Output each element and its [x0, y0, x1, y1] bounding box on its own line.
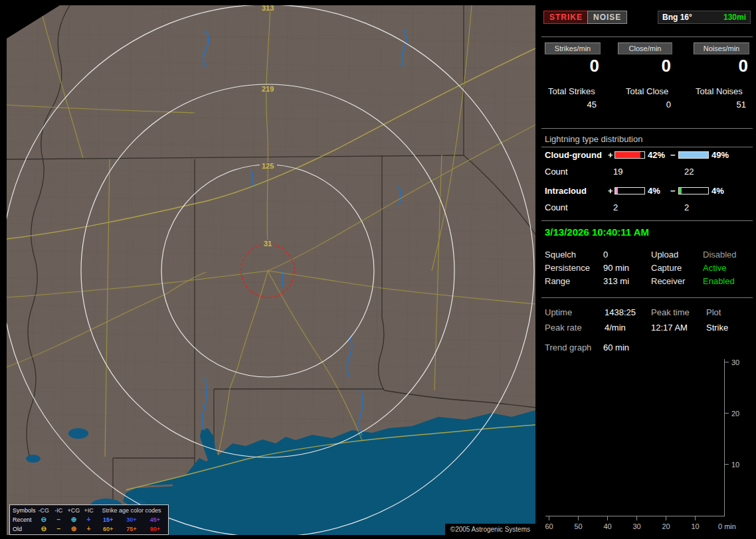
persistence-label: Persistence	[545, 263, 590, 273]
trend-graph: 30 20 10 60 50 40 30 20 10 0 min	[541, 354, 753, 535]
bar-fill	[679, 188, 682, 194]
origin-label: 0 min	[718, 522, 736, 530]
peak-rate-value: 4/min	[605, 323, 626, 333]
age-code-45: 45+	[143, 515, 167, 524]
bearing-value: Bng 16°	[662, 13, 692, 22]
range-setting-value: 313 mi	[603, 276, 629, 286]
peak-time-label: Peak time	[651, 307, 690, 317]
pos-cg-recent-icon: ⊕	[66, 515, 82, 524]
total-strikes-label: Total Strikes	[548, 86, 595, 96]
y-tick-20: 20	[731, 410, 739, 418]
total-strikes-value: 45	[545, 100, 597, 110]
x-tick-30: 30	[632, 522, 640, 530]
noises-per-min-button[interactable]: Noises/min	[694, 42, 749, 54]
map-graphics: 313 219 125 31	[7, 5, 535, 535]
uptime-label: Uptime	[545, 307, 572, 317]
legend-recent-row: Recent ⊖ − ⊕ + 15+ 30+ 45+	[11, 515, 167, 524]
divider	[541, 220, 753, 221]
receiver-status: Enabled	[703, 276, 735, 286]
intracloud-label: Intracloud	[545, 186, 587, 196]
divider	[541, 147, 753, 147]
cloud-ground-negative-count: 22	[684, 167, 694, 177]
age-code-60: 60+	[96, 524, 120, 534]
count-label: Count	[545, 202, 568, 212]
intracloud-positive-count: 2	[613, 202, 618, 212]
minus-sign: −	[670, 186, 676, 196]
y-tick-10: 10	[731, 461, 739, 469]
age-code-30: 30+	[120, 515, 143, 524]
pos-ic-old-icon: +	[81, 524, 96, 534]
legend-type-pos-ic: +IC	[81, 506, 96, 515]
x-tick-60: 60	[545, 522, 553, 530]
legend-type-neg-cg: -CG	[36, 506, 51, 515]
capture-label: Capture	[651, 263, 682, 273]
legend-old-label: Old	[11, 524, 36, 534]
legend-age-header: Strike age color codes	[96, 506, 167, 515]
plot-label: Plot	[706, 307, 721, 317]
distribution-title: Lightning type distribution	[545, 134, 642, 144]
divider	[541, 297, 753, 298]
legend-type-neg-ic: -IC	[51, 506, 66, 515]
intracloud-negative-bar	[678, 187, 709, 194]
pos-ic-recent-icon: +	[81, 515, 96, 524]
strikes-per-min-value: 0	[545, 56, 599, 76]
status-panel: STRIKE NOISE Bng 16° 130mi Strikes/min C…	[541, 5, 753, 535]
x-tick-20: 20	[662, 522, 670, 530]
cloud-ground-positive-bar	[614, 151, 645, 159]
ring-label-313: 313	[262, 5, 274, 12]
receiver-label: Receiver	[651, 276, 685, 286]
legend-symbols-header: Symbols	[11, 506, 36, 515]
legend-old-row: Old ⊖ − ⊕ + 60+ 75+ 90+	[11, 524, 167, 534]
bar-fill	[615, 188, 618, 194]
range-value: 130mi	[723, 13, 746, 22]
intracloud-negative-count: 2	[684, 202, 689, 212]
plus-sign: +	[608, 150, 613, 160]
plot-value: Strike	[706, 323, 728, 333]
count-label: Count	[545, 167, 568, 177]
neg-ic-recent-icon: −	[51, 515, 66, 524]
divider	[541, 128, 753, 129]
capture-status: Active	[703, 263, 726, 273]
squelch-label: Squelch	[545, 250, 576, 260]
copyright-label: ©2005 Astrogenic Systems	[445, 524, 535, 535]
cloud-ground-negative-bar	[678, 151, 709, 159]
bar-fill	[615, 152, 640, 158]
x-tick-40: 40	[603, 522, 611, 530]
noise-toggle-button[interactable]: NOISE	[587, 11, 627, 24]
ring-label-219: 219	[262, 85, 274, 93]
x-tick-10: 10	[691, 522, 699, 530]
ring-label-125: 125	[262, 162, 274, 170]
x-tick-50: 50	[574, 522, 582, 530]
neg-cg-old-icon: ⊖	[36, 524, 51, 534]
trend-axis-labels: 30 20 10 60 50 40 30 20 10 0 min	[545, 358, 739, 530]
squelch-value: 0	[603, 250, 608, 260]
lightning-map[interactable]: 313 219 125 31 Symbols -CG -IC +CG +IC S…	[7, 5, 535, 535]
noises-per-min-value: 0	[694, 56, 748, 76]
cloud-ground-label: Cloud-ground	[545, 150, 602, 160]
trend-graph-label: Trend graph	[545, 343, 591, 352]
legend-type-pos-cg: +CG	[66, 506, 82, 515]
app-window: 313 219 125 31 Symbols -CG -IC +CG +IC S…	[0, 0, 756, 539]
strike-toggle-button[interactable]: STRIKE	[543, 11, 589, 24]
upload-status: Disabled	[703, 250, 737, 260]
age-code-90: 90+	[143, 524, 167, 534]
minus-sign: −	[670, 150, 676, 160]
map-legend: Symbols -CG -IC +CG +IC Strike age color…	[9, 504, 169, 535]
neg-ic-old-icon: −	[51, 524, 66, 534]
total-noises-label: Total Noises	[696, 86, 743, 96]
bearing-range-readout: Bng 16° 130mi	[658, 11, 751, 24]
age-code-15: 15+	[96, 515, 120, 524]
plus-sign: +	[608, 186, 613, 196]
close-per-min-button[interactable]: Close/min	[618, 42, 672, 54]
pos-cg-old-icon: ⊕	[66, 524, 82, 534]
neg-cg-recent-icon: ⊖	[36, 515, 51, 524]
peak-rate-label: Peak rate	[545, 323, 582, 333]
cloud-ground-negative-pct: 49%	[711, 150, 729, 160]
persistence-value: 90 min	[603, 263, 629, 273]
y-tick-30: 30	[731, 358, 739, 366]
cloud-ground-positive-pct: 42%	[648, 150, 665, 160]
strikes-per-min-button[interactable]: Strikes/min	[545, 42, 601, 54]
age-code-75: 75+	[120, 524, 143, 534]
total-close-value: 0	[618, 100, 671, 110]
trend-graph-window: 60 min	[603, 343, 629, 352]
